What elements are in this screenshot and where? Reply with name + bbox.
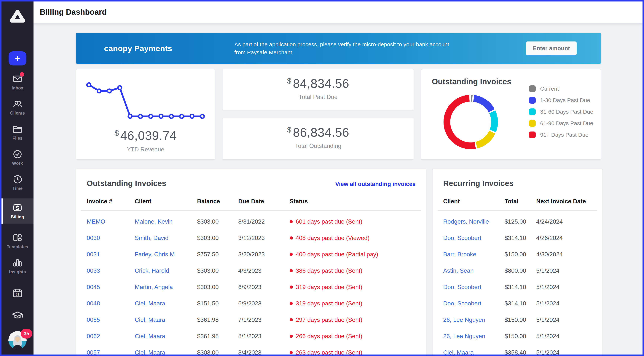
- sidebar-item-inbox[interactable]: Inbox: [2, 74, 34, 91]
- legend-item: 1-30 Days Past Due: [529, 97, 593, 104]
- client-link[interactable]: Ciel, Maara: [135, 300, 197, 307]
- sidebar-item-templates[interactable]: Templates: [2, 233, 34, 249]
- calendar-icon[interactable]: 31: [12, 288, 23, 300]
- balance-cell: $303.00: [197, 235, 238, 241]
- status-dot-icon: [290, 253, 293, 256]
- donut-legend: Current 1-30 Days Past Due 31-60 Days Pa…: [529, 85, 593, 138]
- invoice-number-link[interactable]: 0057: [87, 349, 135, 355]
- recurring-row: Ciel, Maara $358.40 5/1/2024: [433, 344, 602, 355]
- outstanding-donut-chart: [442, 93, 500, 151]
- sidebar: + Inbox Clients Files Work: [2, 1, 34, 355]
- client-link[interactable]: Ciel, Maara: [135, 316, 197, 323]
- legend-swatch-icon: [529, 85, 536, 92]
- client-link[interactable]: Ciel, Maara: [135, 333, 197, 340]
- due-date-cell: 7/1/2023: [238, 316, 290, 323]
- sidebar-item-billing[interactable]: Billing: [2, 198, 34, 224]
- status-cell: 319 days past due (Sent): [290, 300, 416, 307]
- status-cell: 266 days past due (Sent): [290, 333, 416, 340]
- plus-icon: +: [14, 53, 20, 64]
- create-new-button[interactable]: +: [8, 51, 26, 65]
- status-cell: 601 days past due (Sent): [290, 218, 416, 225]
- banner-title: canopyPayments: [104, 44, 234, 53]
- sidebar-item-label: Inbox: [12, 85, 24, 91]
- sidebar-item-time[interactable]: Time: [2, 174, 34, 191]
- sidebar-item-insights[interactable]: Insights: [2, 258, 34, 275]
- invoice-number-link[interactable]: 0045: [87, 284, 135, 291]
- canopy-logo-icon[interactable]: [10, 9, 25, 24]
- invoice-number-link[interactable]: 0030: [87, 235, 135, 241]
- legend-item: 91+ Days Past Due: [529, 131, 593, 138]
- client-link[interactable]: Farley, Chris M: [135, 251, 197, 258]
- invoice-row: 0057 Ciel, Maara $303.00 8/4/2023 263 da…: [76, 344, 426, 355]
- sidebar-item-label: Work: [12, 161, 23, 166]
- next-date-cell: 5/1/2024: [536, 300, 592, 307]
- recurring-row: Doo, Scoobert $314.10 5/1/2024: [433, 295, 602, 312]
- recurring-table-header: Client Total Next Invoice Date: [433, 198, 602, 205]
- outstanding-invoices-table-card: Outstanding Invoices View all outstandin…: [76, 168, 426, 355]
- invoice-number-link[interactable]: 0033: [87, 267, 135, 274]
- recurring-row: Doo, Scoobert $314.10 5/1/2024: [433, 279, 602, 295]
- outstanding-table-body: MEMO Malone, Kevin $303.00 8/31/2022 601…: [76, 213, 426, 355]
- ytd-line-chart: [84, 78, 207, 125]
- client-link[interactable]: Doo, Scoobert: [443, 235, 504, 241]
- legend-item: 61-90 Days Past Due: [529, 120, 593, 127]
- recurring-row: Astin, Sean $800.00 5/1/2024: [433, 263, 602, 279]
- due-date-cell: 8/1/2023: [238, 333, 290, 340]
- client-link[interactable]: Rodgers, Norville: [443, 218, 504, 225]
- templates-icon: [12, 233, 23, 243]
- client-link[interactable]: Ciel, Maara: [443, 349, 504, 355]
- sidebar-item-files[interactable]: Files: [2, 124, 34, 141]
- view-all-outstanding-link[interactable]: View all outstanding invoices: [335, 181, 416, 187]
- total-cell: $150.00: [504, 251, 536, 258]
- client-link[interactable]: Barr, Brooke: [443, 251, 504, 258]
- client-link[interactable]: Doo, Scoobert: [443, 300, 504, 307]
- invoice-row: 0048 Ciel, Maara $151.50 6/9/2023 319 da…: [76, 295, 426, 312]
- client-link[interactable]: Astin, Sean: [443, 267, 504, 274]
- recurring-row: Rodgers, Norville $125.00 4/24/2024: [433, 213, 602, 230]
- status-cell: 400 days past due (Partial pay): [290, 251, 416, 258]
- client-link[interactable]: Martin, Angela: [135, 284, 197, 291]
- invoice-number-link[interactable]: 0062: [87, 333, 135, 340]
- status-dot-icon: [290, 351, 293, 354]
- next-date-cell: 4/24/2024: [536, 218, 592, 225]
- client-link[interactable]: 26, Lee Nguyen: [443, 333, 504, 340]
- graduation-cap-icon[interactable]: [12, 310, 23, 322]
- invoice-number-link[interactable]: 0048: [87, 300, 135, 307]
- balance-cell: $303.00: [197, 218, 238, 225]
- client-link[interactable]: Doo, Scoobert: [443, 284, 504, 291]
- total-cell: $800.00: [504, 267, 536, 274]
- due-date-cell: 8/31/2022: [238, 218, 290, 225]
- status-cell: 386 days past due (Sent): [290, 267, 416, 274]
- next-date-cell: 5/1/2024: [536, 316, 592, 323]
- clock-icon: [12, 174, 23, 185]
- client-link[interactable]: Ciel, Maara: [135, 349, 197, 355]
- client-link[interactable]: Malone, Kevin: [135, 218, 197, 225]
- invoice-number-link[interactable]: 0055: [87, 316, 135, 323]
- invoice-number-link[interactable]: MEMO: [87, 218, 135, 225]
- next-date-cell: 5/1/2024: [536, 267, 592, 274]
- due-date-cell: 4/3/2023: [238, 267, 290, 274]
- client-link[interactable]: Crick, Harold: [135, 267, 197, 274]
- status-cell: 319 days past due (Sent): [290, 284, 416, 291]
- client-link[interactable]: 26, Lee Nguyen: [443, 316, 504, 323]
- due-date-cell: 6/9/2023: [238, 284, 290, 291]
- user-avatar[interactable]: 35: [8, 331, 26, 349]
- outstanding-label: Total Outstanding: [223, 142, 414, 149]
- enter-amount-button[interactable]: Enter amount: [526, 41, 576, 55]
- status-dot-icon: [290, 286, 293, 289]
- total-past-due-card: $84,834.56 Total Past Due: [222, 69, 414, 110]
- invoice-number-link[interactable]: 0031: [87, 251, 135, 258]
- status-cell: 297 days past due (Sent): [290, 316, 416, 323]
- invoice-row: 0045 Martin, Angela $303.00 6/9/2023 319…: [76, 279, 426, 295]
- status-dot-icon: [290, 318, 293, 322]
- sidebar-item-label: Insights: [9, 270, 26, 275]
- status-dot-icon: [290, 220, 293, 223]
- invoice-row: MEMO Malone, Kevin $303.00 8/31/2022 601…: [76, 213, 426, 230]
- sidebar-item-work[interactable]: Work: [2, 149, 34, 166]
- sidebar-item-clients[interactable]: Clients: [2, 99, 34, 116]
- page-title: Billing Dashboard: [40, 8, 107, 16]
- due-date-cell: 8/4/2023: [238, 349, 290, 355]
- client-link[interactable]: Smith, David: [135, 235, 197, 241]
- table-divider: [438, 210, 597, 211]
- bar-chart-icon: [12, 258, 23, 268]
